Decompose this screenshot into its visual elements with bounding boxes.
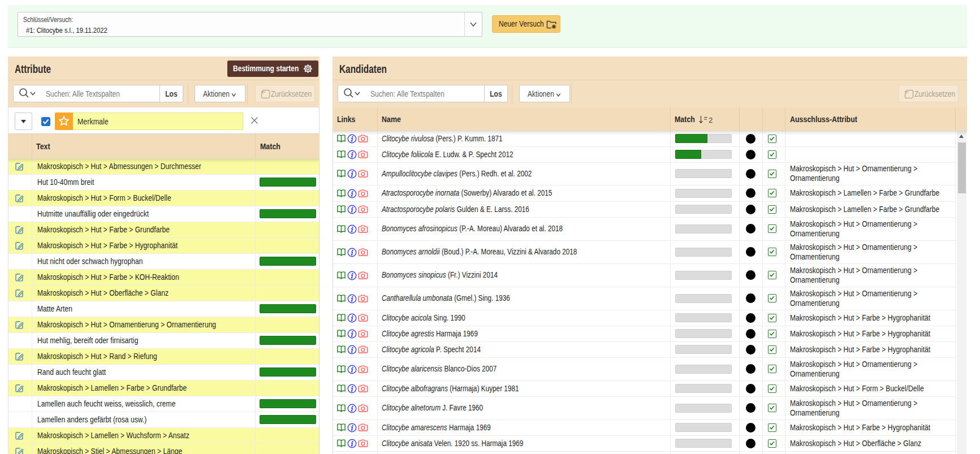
svg-text:2: 2 bbox=[709, 116, 713, 124]
